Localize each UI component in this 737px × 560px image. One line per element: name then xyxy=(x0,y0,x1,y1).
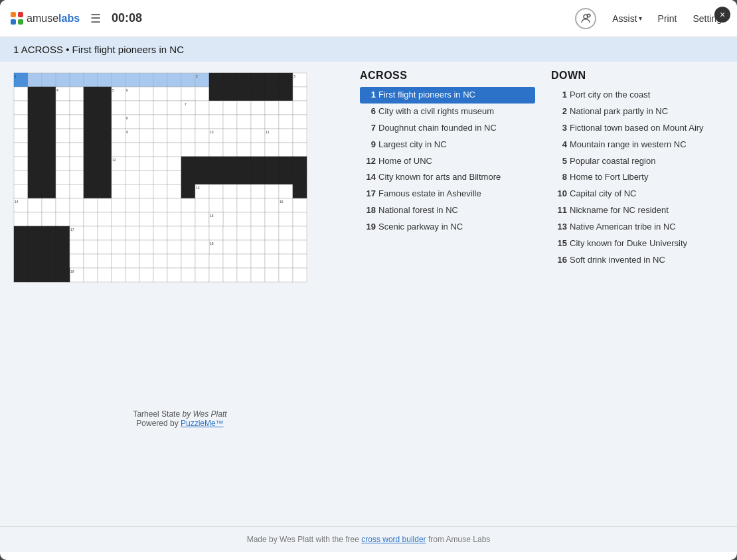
crossword-grid[interactable]: .gc { fill: white; stroke: #aaa; stroke-… xyxy=(11,70,349,404)
svg-rect-144 xyxy=(70,157,84,171)
svg-rect-52 xyxy=(42,101,56,115)
svg-rect-245 xyxy=(223,212,237,226)
clue-number: 6 xyxy=(364,106,376,117)
svg-text:6: 6 xyxy=(126,88,128,92)
across-clue-item[interactable]: 14City known for arts and Biltmore xyxy=(360,169,535,186)
print-button[interactable]: Print xyxy=(658,13,677,24)
svg-rect-313 xyxy=(209,254,223,268)
svg-rect-236 xyxy=(98,212,112,226)
svg-rect-121 xyxy=(42,143,56,157)
svg-rect-291 xyxy=(223,240,237,254)
across-clue-item[interactable]: 1First flight pioneers in NC xyxy=(360,87,535,104)
across-title: ACROSS xyxy=(360,70,535,82)
close-button[interactable]: × xyxy=(714,7,730,23)
svg-rect-204 xyxy=(265,184,279,198)
svg-rect-155 xyxy=(209,157,223,171)
svg-rect-285 xyxy=(125,240,139,254)
svg-rect-56 xyxy=(98,101,112,115)
svg-rect-284 xyxy=(112,240,125,254)
svg-rect-269 xyxy=(223,226,237,240)
svg-rect-125 xyxy=(98,143,112,157)
svg-rect-315 xyxy=(237,254,251,268)
svg-rect-153 xyxy=(181,157,195,171)
clue-number: 9 xyxy=(364,139,376,151)
across-clue-item[interactable]: 6City with a civil rights museum xyxy=(360,104,535,120)
svg-rect-79 xyxy=(98,115,112,129)
user-icon[interactable] xyxy=(575,8,596,29)
svg-rect-133 xyxy=(209,143,223,157)
down-clue-item[interactable]: 10Capital city of NC xyxy=(551,186,726,202)
svg-rect-66 xyxy=(209,101,223,115)
svg-rect-39 xyxy=(153,87,167,101)
svg-rect-275 xyxy=(279,226,293,240)
svg-rect-12 xyxy=(139,73,153,87)
header-actions: Assist ▾ Print Settings xyxy=(612,13,726,24)
svg-rect-277 xyxy=(14,240,28,254)
clues-panel: ACROSS 1First flight pioneers in NC6City… xyxy=(360,70,726,518)
svg-rect-70 xyxy=(265,101,279,115)
svg-rect-301 xyxy=(70,254,84,268)
across-clue-item[interactable]: 18National forest in NC xyxy=(360,202,535,219)
svg-rect-9 xyxy=(98,73,112,87)
svg-rect-188 xyxy=(84,184,98,198)
svg-rect-46 xyxy=(251,87,265,101)
across-clue-item[interactable]: 7Doughnut chain founded in NC xyxy=(360,120,535,137)
down-clue-item[interactable]: 5Popular coastal region xyxy=(551,153,726,170)
across-clue-item[interactable]: 17Famous estate in Asheville xyxy=(360,186,535,202)
svg-rect-92 xyxy=(265,115,279,129)
svg-rect-326 xyxy=(112,268,125,282)
svg-rect-231 xyxy=(28,212,42,226)
down-clue-item[interactable]: 11Nickname for NC resident xyxy=(551,202,726,219)
grid-author: Wes Platt xyxy=(193,409,226,419)
svg-rect-270 xyxy=(237,226,251,240)
crossword-builder-link[interactable]: cross word builder xyxy=(361,535,426,544)
clue-number: 4 xyxy=(555,139,567,151)
svg-rect-178 xyxy=(237,171,251,184)
hamburger-menu[interactable]: ☰ xyxy=(90,11,101,26)
grid-svg[interactable]: .gc { fill: white; stroke: #aaa; stroke-… xyxy=(11,70,349,401)
down-clue-item[interactable]: 16Soft drink invented in NC xyxy=(551,252,726,269)
down-clue-item[interactable]: 15City known for Duke University xyxy=(551,236,726,252)
svg-rect-7 xyxy=(70,73,84,87)
svg-rect-165 xyxy=(56,171,70,184)
down-clue-item[interactable]: 3Fictional town based on Mount Airy xyxy=(551,120,726,137)
svg-rect-136 xyxy=(251,143,265,157)
down-clue-item[interactable]: 8Home to Fort Liberty xyxy=(551,169,726,186)
svg-rect-172 xyxy=(153,171,167,184)
svg-rect-135 xyxy=(237,143,251,157)
across-clue-item[interactable]: 9Largest city in NC xyxy=(360,137,535,153)
svg-rect-108 xyxy=(181,129,195,143)
clue-number: 2 xyxy=(555,106,567,117)
clue-text: National park partly in NC xyxy=(570,106,722,117)
svg-rect-243 xyxy=(195,212,209,226)
svg-rect-141 xyxy=(28,157,42,171)
svg-rect-18 xyxy=(209,73,223,87)
svg-rect-294 xyxy=(265,240,279,254)
across-clue-item[interactable]: 12Home of UNC xyxy=(360,153,535,170)
svg-rect-186 xyxy=(56,184,70,198)
svg-rect-99 xyxy=(70,129,84,143)
down-clue-item[interactable]: 4Mountain range in western NC xyxy=(551,137,726,153)
footer-text-after: from Amuse Labs xyxy=(426,535,491,544)
svg-rect-320 xyxy=(14,268,28,282)
svg-rect-215 xyxy=(112,198,125,212)
svg-rect-335 xyxy=(237,268,251,282)
svg-rect-38 xyxy=(139,87,153,101)
puzzle-me-link[interactable]: PuzzleMe™ xyxy=(181,419,224,428)
svg-rect-13 xyxy=(153,73,167,87)
across-clue-item[interactable]: 19Scenic parkway in NC xyxy=(360,219,535,236)
down-clue-item[interactable]: 13Native American tribe in NC xyxy=(551,219,726,236)
svg-text:12: 12 xyxy=(112,158,116,162)
down-clue-item[interactable]: 2National park partly in NC xyxy=(551,104,726,120)
svg-rect-280 xyxy=(56,240,70,254)
svg-rect-328 xyxy=(139,268,153,282)
svg-rect-250 xyxy=(265,212,279,226)
clue-text: City with a civil rights museum xyxy=(378,106,531,117)
assist-button[interactable]: Assist ▾ xyxy=(612,13,641,24)
down-clue-item[interactable]: 1Port city on the coast xyxy=(551,87,726,104)
svg-rect-75 xyxy=(42,115,56,129)
svg-rect-300 xyxy=(56,254,70,268)
svg-rect-219 xyxy=(167,198,181,212)
svg-rect-72 xyxy=(293,101,307,115)
svg-rect-310 xyxy=(195,254,209,268)
